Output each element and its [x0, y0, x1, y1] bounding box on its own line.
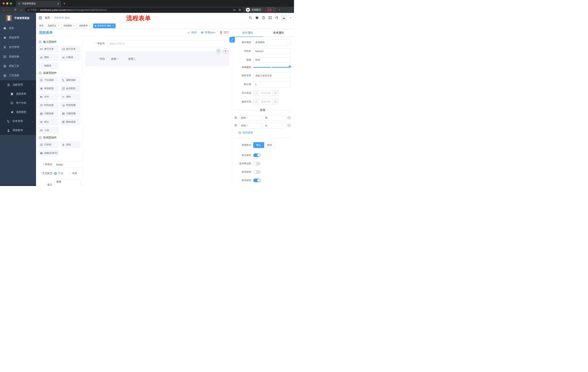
- tag-home[interactable]: 首页: [37, 23, 45, 28]
- close-window-button[interactable]: [2, 2, 5, 5]
- github-icon[interactable]: [255, 16, 259, 20]
- forward-icon[interactable]: →: [8, 8, 12, 11]
- option-1-value-input[interactable]: [263, 115, 286, 121]
- palette-item-color[interactable]: 颜色选择: [60, 118, 81, 125]
- palette-item-upload[interactable]: 上传: [38, 127, 59, 134]
- tab-component-props[interactable]: 组件属性: [232, 29, 263, 37]
- palette-item-radio-group[interactable]: 单选框组: [38, 85, 59, 92]
- home-icon[interactable]: ⌂: [19, 8, 23, 11]
- chrome-caret-icon[interactable]: ▼: [279, 9, 280, 11]
- clear-button[interactable]: 清空: [220, 31, 229, 34]
- back-icon[interactable]: ←: [2, 8, 6, 11]
- max-select-stepper[interactable]: − 最多可选 +: [253, 99, 278, 105]
- tag-process-form-edit[interactable]: 流程表单-编辑✕: [93, 23, 116, 28]
- minus-button[interactable]: −: [253, 90, 259, 96]
- minimize-window-button[interactable]: [6, 2, 8, 5]
- component-type-select[interactable]: 多选框组⌄: [253, 40, 291, 45]
- update-button[interactable]: 更新: [265, 8, 276, 12]
- label-width-input[interactable]: [253, 73, 291, 78]
- min-select-stepper[interactable]: − 至少应选 +: [253, 90, 278, 96]
- palette-item-cascader[interactable]: 级联选择: [60, 77, 81, 84]
- selected-component-block[interactable]: *性别 选项一 选项二: [85, 51, 230, 66]
- browser-tab[interactable]: 芋道管理系统 ✕: [16, 0, 61, 7]
- breadcrumb-home[interactable]: 首页: [45, 16, 50, 20]
- link-tag[interactable]: [230, 37, 235, 43]
- sidebar-item-payment[interactable]: 支付管理 ⌄: [0, 43, 36, 52]
- palette-item-time[interactable]: 时间选择: [38, 102, 59, 109]
- slider-thumb[interactable]: [289, 65, 291, 68]
- palette-item-rate[interactable]: 评分: [38, 118, 59, 125]
- tag-close-icon[interactable]: ✕: [57, 25, 59, 27]
- remove-option-button[interactable]: [287, 116, 291, 120]
- checkbox-icon[interactable]: [107, 58, 110, 60]
- palette-item-table[interactable]: 表格[开发中]: [38, 149, 59, 157]
- help-icon[interactable]: [262, 16, 265, 20]
- fold-menu-icon[interactable]: [39, 16, 42, 20]
- field-name-input[interactable]: [253, 48, 291, 54]
- required-switch[interactable]: [253, 179, 261, 182]
- sidebar-item-process-model[interactable]: 流程模型: [0, 107, 36, 117]
- add-option-button[interactable]: 添加选项: [238, 131, 291, 134]
- style-default-button[interactable]: 默认: [253, 142, 264, 148]
- palette-item-select[interactable]: 下拉选择: [38, 77, 59, 84]
- form-remark-textarea[interactable]: 嘿嘿: [54, 179, 81, 186]
- sidebar-item-home[interactable]: 首页: [0, 23, 36, 33]
- sidebar-item-leave-query[interactable]: 请假查询: [0, 126, 36, 135]
- palette-item-editor[interactable]: 编辑器: [38, 62, 59, 69]
- tag-process-form[interactable]: 流程表单✕: [77, 23, 92, 28]
- search-icon[interactable]: [249, 16, 252, 20]
- window-controls[interactable]: [0, 0, 15, 7]
- minus-button[interactable]: −: [253, 99, 259, 105]
- phone-field-row[interactable]: *手机号: [83, 40, 232, 47]
- plus-button[interactable]: +: [273, 90, 278, 96]
- security-warning[interactable]: 不安全: [27, 8, 37, 11]
- sidebar-item-process-mgmt[interactable]: 流程管理 ⌃: [0, 80, 36, 89]
- default-value-input[interactable]: [253, 81, 291, 87]
- phone-input[interactable]: [107, 40, 225, 47]
- fullscreen-icon[interactable]: [268, 16, 272, 20]
- sidebar-item-devtools[interactable]: 研发工具 ⌄: [0, 61, 36, 71]
- view-json-button[interactable]: 查看json: [201, 31, 215, 34]
- sidebar-item-system[interactable]: 系统管理 ⌄: [0, 33, 36, 43]
- disabled-switch[interactable]: [253, 170, 261, 174]
- tag-close-icon[interactable]: ✕: [112, 25, 114, 27]
- palette-item-counter[interactable]: 123计数器: [60, 54, 81, 61]
- remove-option-button[interactable]: [287, 124, 291, 128]
- drag-handle-icon[interactable]: [234, 124, 237, 128]
- bookmark-star-icon[interactable]: [238, 8, 241, 11]
- tag-process-model[interactable]: 流程模型✕: [62, 23, 76, 28]
- checkbox-icon[interactable]: [124, 58, 127, 60]
- palette-item-date-range[interactable]: 日期范围: [60, 110, 81, 117]
- tag-close-icon[interactable]: ✕: [89, 25, 90, 27]
- reload-icon[interactable]: ⟳: [13, 8, 18, 11]
- form-grid-slider[interactable]: [253, 67, 290, 68]
- avatar-caret-icon[interactable]: ▼: [290, 17, 292, 19]
- palette-item-multi-text[interactable]: 多行文本: [60, 45, 81, 53]
- copy-component-button[interactable]: [216, 49, 221, 53]
- drag-handle-icon[interactable]: [234, 116, 237, 120]
- sidebar-item-infra[interactable]: 基础设施 ⌄: [0, 52, 36, 61]
- tab-close-icon[interactable]: ✕: [57, 2, 59, 5]
- new-tab-button[interactable]: +: [63, 2, 65, 6]
- palette-item-date[interactable]: 日期选择: [38, 110, 59, 117]
- sidebar-item-user-group[interactable]: 用户分组: [0, 98, 36, 107]
- palette-item-time-range[interactable]: 时间范围: [60, 102, 81, 109]
- palette-item-slider[interactable]: 滑块: [60, 93, 81, 100]
- tag-close-icon[interactable]: ✕: [73, 25, 75, 27]
- palette-item-password[interactable]: 密码: [38, 54, 59, 61]
- maximize-window-button[interactable]: [10, 2, 12, 5]
- tag-process-def[interactable]: 流程定义✕: [46, 23, 61, 28]
- font-size-icon[interactable]: TT: [275, 16, 278, 20]
- url-text[interactable]: dashboard.yudao.iocoder.cn/bpm/manager/f…: [40, 9, 231, 11]
- tab-form-props[interactable]: 表单属性: [263, 29, 294, 37]
- border-switch[interactable]: [253, 162, 261, 165]
- palette-item-button[interactable]: 按钮: [60, 141, 81, 148]
- form-name-input[interactable]: [54, 161, 83, 168]
- palette-item-checkbox-group[interactable]: 多选框组: [60, 85, 81, 92]
- show-label-switch[interactable]: [253, 153, 261, 157]
- sidebar-item-task-mgmt[interactable]: 任务管理 ⌄: [0, 117, 36, 126]
- gender-option-1[interactable]: 选项一: [107, 57, 119, 61]
- save-button[interactable]: 保存: [187, 31, 197, 34]
- palette-item-single-text[interactable]: 单行文本: [38, 45, 59, 53]
- url-bar[interactable]: 不安全 dashboard.yudao.iocoder.cn/bpm/manag…: [25, 8, 243, 12]
